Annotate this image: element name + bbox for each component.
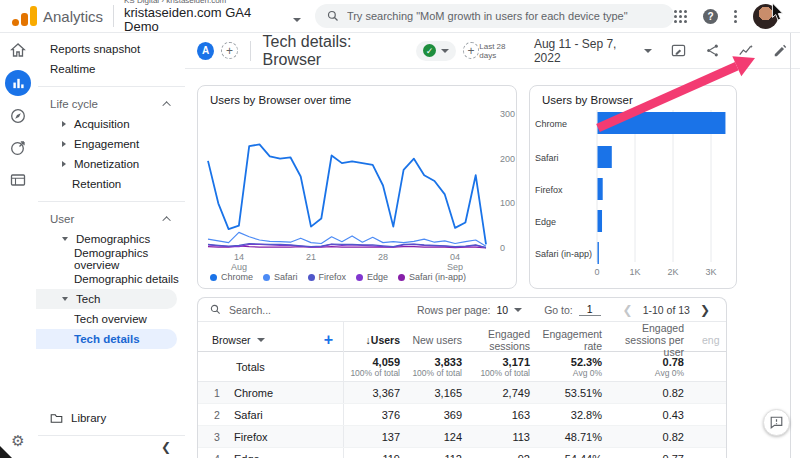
row-metric-value: 113 (464, 431, 532, 443)
totals-value: 52.3%Avg 0% (532, 356, 604, 378)
search-input[interactable]: Try searching "MoM growth in users for e… (315, 4, 674, 28)
svg-text:Chrome: Chrome (535, 119, 567, 129)
row-metric-value: 2,749 (464, 387, 532, 399)
pagination-range: 1-10 of 13 (643, 304, 690, 316)
row-index: 4 (198, 453, 234, 458)
row-metric-value: 0.43 (604, 409, 686, 421)
sidebar-item-retention[interactable]: Retention (36, 174, 185, 194)
legend-item: Safari (263, 272, 298, 282)
legend-dot-icon (308, 274, 315, 281)
comparison-chip[interactable]: A (197, 42, 214, 60)
add-dimension-button[interactable]: + (324, 331, 333, 349)
feedback-button[interactable] (763, 409, 790, 436)
sidebar-item-engagement[interactable]: Engagement (36, 134, 185, 154)
svg-text:Edge: Edge (535, 217, 556, 227)
scrollbar-track[interactable] (790, 33, 791, 458)
totals-value: 3,833100% of total (402, 356, 464, 378)
row-metric-value: 369 (402, 409, 464, 421)
page-title: Tech details: Browser (263, 33, 408, 69)
report-status-pill[interactable]: ✓ (416, 41, 456, 61)
insights-icon[interactable] (738, 42, 754, 59)
row-dimension-value: Edge (234, 448, 344, 458)
sidebar-item-tech-details[interactable]: Tech details (36, 329, 177, 349)
chevron-down-icon (257, 338, 265, 342)
sidebar-item-demographics[interactable]: Demographics (36, 229, 185, 249)
screen-corner-artifact (0, 446, 12, 458)
row-metric-value: 0.77 (604, 453, 686, 458)
share-icon[interactable] (704, 42, 720, 59)
apps-grid-icon[interactable] (674, 10, 687, 23)
sidebar-item-reports-snapshot[interactable]: Reports snapshot (36, 39, 185, 59)
expand-down-icon (62, 297, 68, 301)
legend-dot-icon (398, 274, 405, 281)
column-header-new-users[interactable]: New users (402, 334, 464, 346)
chevron-down-icon (644, 49, 652, 53)
sidebar-item-realtime[interactable]: Realtime (36, 59, 185, 79)
svg-text:Firefox: Firefox (535, 185, 563, 195)
column-header-users[interactable]: ↓Users (344, 334, 402, 346)
sidebar-item-tech[interactable]: Tech (36, 289, 177, 309)
sidebar-item-demographic-details[interactable]: Demographic details (36, 269, 185, 289)
add-metric-button[interactable]: + (463, 42, 479, 59)
property-selector[interactable]: KS Digital › kristaseiden.com kristaseid… (124, 0, 301, 35)
row-metric-value: 137 (344, 431, 402, 443)
more-vertical-icon[interactable] (734, 10, 737, 23)
folder-icon (50, 412, 63, 425)
bar-chart[interactable]: 01K2K3KChromeSafariFirefoxEdgeSafari (in… (531, 110, 737, 282)
explore-icon[interactable] (9, 107, 27, 125)
goto-label: Go to: (544, 304, 573, 316)
row-metric-value: 112 (402, 453, 464, 458)
divider (38, 201, 185, 202)
section-user[interactable]: User (36, 209, 185, 229)
collapse-sidebar-icon[interactable]: ❮ (161, 440, 171, 454)
rows-per-page-select[interactable]: 10 (496, 304, 508, 316)
left-rail: ⚙ (0, 33, 36, 458)
column-header-engaged-sessions[interactable]: Engaged sessions (464, 328, 532, 352)
expand-right-icon (62, 141, 66, 147)
row-metric-value: 3,165 (402, 387, 464, 399)
date-preset-label: Last 28 days (479, 42, 522, 60)
next-page-icon[interactable]: ❯ (696, 303, 714, 317)
customize-report-button[interactable] (670, 42, 686, 59)
row-metric-value: 3,367 (344, 387, 402, 399)
reports-icon[interactable] (5, 70, 31, 96)
date-range-picker[interactable]: Aug 11 - Sep 7, 2022 (534, 37, 652, 65)
home-icon[interactable] (9, 41, 27, 59)
row-dimension-value: Chrome (234, 382, 344, 403)
line-chart[interactable]: 010020030014Aug212804Sep (198, 106, 516, 274)
prev-page-icon[interactable]: ❮ (619, 303, 637, 317)
column-header-engagement-rate[interactable]: Engagement rate (532, 328, 604, 352)
divider (38, 435, 185, 436)
legend-item: Chrome (210, 272, 253, 282)
table-row: 4Edge1191129254.44%0.77 (198, 448, 726, 458)
svg-text:2K: 2K (667, 267, 678, 277)
sidebar-item-demographics-overview[interactable]: Demographics overview (36, 249, 185, 269)
section-life-cycle[interactable]: Life cycle (36, 94, 185, 114)
svg-text:0: 0 (594, 267, 599, 277)
row-dimension-value: Firefox (234, 426, 344, 447)
chart-title: Users by Browser over time (210, 94, 516, 106)
table-body: 1Chrome3,3673,1652,74953.51%0.822Safari3… (198, 382, 726, 458)
svg-text:21: 21 (306, 252, 316, 262)
add-comparison-button[interactable]: + (221, 42, 237, 59)
avatar[interactable] (753, 4, 778, 29)
row-index: 1 (198, 387, 234, 399)
table-row: 3Firefox13712411348.71%0.82 (198, 426, 726, 448)
advertising-icon[interactable] (9, 139, 27, 157)
sidebar-item-library[interactable]: Library (36, 408, 185, 428)
sidebar-item-monetization[interactable]: Monetization (36, 154, 185, 174)
goto-page-input[interactable]: 1 (579, 303, 601, 316)
edit-report-button[interactable] (772, 42, 788, 59)
column-header-engaged-sessions-per-user[interactable]: Engaged sessions per user (604, 322, 686, 358)
configure-icon[interactable] (9, 171, 27, 189)
help-icon[interactable]: ? (703, 9, 718, 24)
search-placeholder: Try searching "MoM growth in users for e… (347, 10, 628, 22)
table-search-input[interactable]: Search... (229, 304, 271, 316)
search-icon (327, 10, 339, 22)
legend-item: Firefox (308, 272, 347, 282)
sidebar-item-acquisition[interactable]: Acquisition (36, 114, 185, 134)
chart-title: Users by Browser (542, 94, 736, 106)
expand-right-icon (62, 161, 66, 167)
chevron-down-icon[interactable] (514, 308, 522, 312)
sidebar-item-tech-overview[interactable]: Tech overview (36, 309, 185, 329)
